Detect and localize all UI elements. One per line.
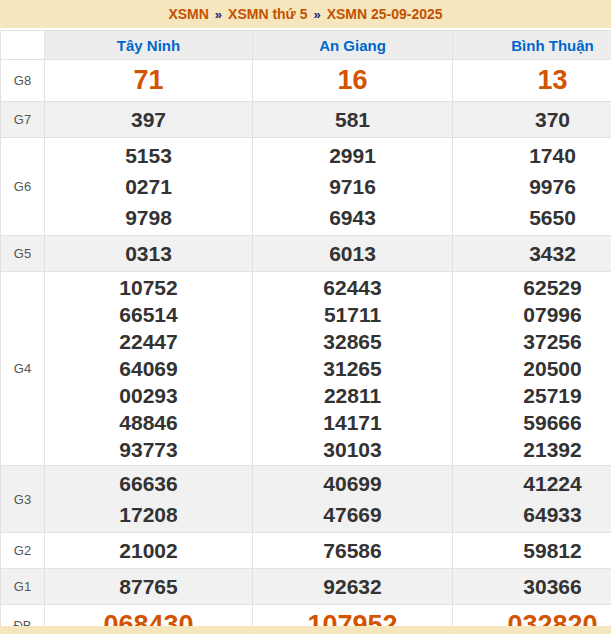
result-number: 16	[253, 62, 452, 99]
result-number: 47669	[253, 499, 452, 530]
result-number: 5153	[45, 140, 252, 171]
prize-label-g3: G3	[1, 466, 45, 533]
breadcrumb: XSMN » XSMN thứ 5 » XSMN 25-09-2025	[0, 0, 611, 28]
result-number: 92632	[253, 571, 452, 602]
result-number: 17208	[45, 499, 252, 530]
prize-label-g8: G8	[1, 60, 45, 102]
results-table-viewport: Tây Ninh An Giang Bình Thuận G8711613G73…	[0, 30, 611, 634]
prize-label-g4: G4	[1, 272, 45, 466]
prize-label-g5: G5	[1, 236, 45, 272]
result-number: 370	[453, 104, 611, 135]
result-number: 2991	[253, 140, 452, 171]
result-number: 30103	[253, 436, 452, 463]
result-cell: 30366	[453, 569, 611, 605]
result-number: 64069	[45, 355, 252, 382]
column-header-tay-ninh[interactable]: Tây Ninh	[45, 31, 253, 60]
result-cell: 92632	[253, 569, 453, 605]
result-cell: 10752665142244764069002934884693773	[45, 272, 253, 466]
result-cell: 62529079963725620500257195966621392	[453, 272, 611, 466]
result-number: 22811	[253, 382, 452, 409]
result-number: 0313	[45, 238, 252, 269]
result-cell: 397	[45, 102, 253, 138]
result-cell: 6663617208	[45, 466, 253, 533]
result-cell: 299197166943	[253, 138, 453, 236]
result-number: 581	[253, 104, 452, 135]
prize-label-g1: G1	[1, 569, 45, 605]
prize-label-g7: G7	[1, 102, 45, 138]
result-number: 3432	[453, 238, 611, 269]
result-cell: 76586	[253, 533, 453, 569]
column-header-binh-thuan[interactable]: Bình Thuận	[453, 31, 611, 60]
prize-row-g4: G410752665142244764069002934884693773624…	[1, 272, 611, 466]
result-cell: 0313	[45, 236, 253, 272]
result-number: 9716	[253, 171, 452, 202]
result-cell: 87765	[45, 569, 253, 605]
result-cell: 6013	[253, 236, 453, 272]
result-number: 5650	[453, 202, 611, 233]
breadcrumb-separator: »	[215, 7, 222, 22]
result-cell: 581	[253, 102, 453, 138]
prize-row-g8: G8711613	[1, 60, 611, 102]
breadcrumb-link-xsmn-date[interactable]: XSMN 25-09-2025	[327, 6, 443, 22]
result-number: 71	[45, 62, 252, 99]
result-cell: 3432	[453, 236, 611, 272]
prize-label-g6: G6	[1, 138, 45, 236]
result-number: 21392	[453, 436, 611, 463]
result-number: 9976	[453, 171, 611, 202]
result-number: 32865	[253, 328, 452, 355]
result-number: 40699	[253, 468, 452, 499]
breadcrumb-link-xsmn[interactable]: XSMN	[168, 6, 208, 22]
result-cell: 4069947669	[253, 466, 453, 533]
result-number: 14171	[253, 409, 452, 436]
result-number: 66514	[45, 301, 252, 328]
result-number: 59812	[453, 535, 611, 566]
result-number: 0271	[45, 171, 252, 202]
result-number: 51711	[253, 301, 452, 328]
column-header-an-giang[interactable]: An Giang	[253, 31, 453, 60]
result-number: 25719	[453, 382, 611, 409]
result-number: 20500	[453, 355, 611, 382]
result-cell: 62443517113286531265228111417130103	[253, 272, 453, 466]
result-number: 10752	[45, 274, 252, 301]
results-tbody: G8711613G7397581370G65153027197982991971…	[1, 60, 611, 634]
prize-row-g1: G1877659263230366	[1, 569, 611, 605]
lottery-results-table: Tây Ninh An Giang Bình Thuận G8711613G73…	[0, 30, 611, 634]
breadcrumb-link-xsmn-thu5[interactable]: XSMN thứ 5	[228, 6, 307, 22]
result-number: 48846	[45, 409, 252, 436]
prize-label-g2: G2	[1, 533, 45, 569]
result-cell: 13	[453, 60, 611, 102]
result-number: 6943	[253, 202, 452, 233]
result-number: 41224	[453, 468, 611, 499]
result-number: 76586	[253, 535, 452, 566]
prize-row-g2: G2210027658659812	[1, 533, 611, 569]
result-number: 6013	[253, 238, 452, 269]
breadcrumb-separator: »	[313, 7, 320, 22]
result-number: 00293	[45, 382, 252, 409]
result-number: 87765	[45, 571, 252, 602]
result-number: 30366	[453, 571, 611, 602]
result-cell: 174099765650	[453, 138, 611, 236]
prize-row-g5: G5031360133432	[1, 236, 611, 272]
footer-bar	[0, 626, 611, 634]
result-number: 397	[45, 104, 252, 135]
prize-row-g3: G3666361720840699476694122464933	[1, 466, 611, 533]
result-number: 37256	[453, 328, 611, 355]
result-number: 9798	[45, 202, 252, 233]
table-header-row: Tây Ninh An Giang Bình Thuận	[1, 31, 611, 60]
result-number: 64933	[453, 499, 611, 530]
result-cell: 21002	[45, 533, 253, 569]
result-number: 62443	[253, 274, 452, 301]
prize-row-g7: G7397581370	[1, 102, 611, 138]
result-cell: 16	[253, 60, 453, 102]
result-number: 13	[453, 62, 611, 99]
result-number: 93773	[45, 436, 252, 463]
result-number: 21002	[45, 535, 252, 566]
result-cell: 4122464933	[453, 466, 611, 533]
result-cell: 370	[453, 102, 611, 138]
result-number: 1740	[453, 140, 611, 171]
result-number: 31265	[253, 355, 452, 382]
result-cell: 71	[45, 60, 253, 102]
result-number: 22447	[45, 328, 252, 355]
result-number: 66636	[45, 468, 252, 499]
corner-cell	[1, 31, 45, 60]
